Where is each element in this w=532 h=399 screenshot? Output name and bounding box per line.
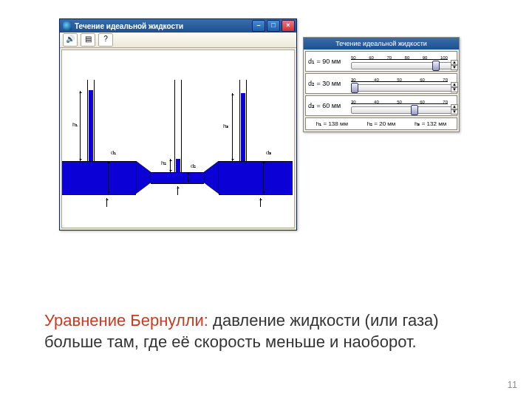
close-button[interactable]: × [282, 20, 295, 32]
d3-label: d₃ [266, 149, 271, 156]
flow-arrow-2 [177, 186, 178, 195]
toolbar: 🔊 ▤ ? [60, 33, 296, 48]
manometer-tube-2 [174, 80, 182, 172]
flow-arrow-1 [106, 198, 107, 207]
app-icon [63, 21, 72, 30]
caption-lead: Уравнение Бернулли: [44, 311, 213, 330]
slider-row-d3: d₃ = 60 мм3040506070▲▼ [305, 95, 457, 116]
slider-label-d2: d₂ = 30 мм [306, 80, 349, 87]
svg-marker-0 [136, 161, 151, 194]
slider-label-d1: d₁ = 90 мм [306, 58, 349, 65]
panel-results: h₁ = 138 мм h₂ = 20 мм h₃ = 132 мм [305, 117, 457, 130]
d1-label: d₁ [111, 149, 116, 156]
slider-stepper[interactable]: ▲▼ [451, 82, 458, 91]
result-h3: h₃ = 132 мм [415, 120, 446, 127]
result-h2: h₂ = 20 мм [367, 120, 396, 127]
d1-arrow [108, 161, 109, 194]
doc-button[interactable]: ▤ [81, 33, 95, 47]
pipe-section-left [62, 161, 136, 195]
d3-arrow [263, 161, 264, 194]
window-title: Течение идеальной жидкости [75, 22, 183, 30]
result-h1: h₁ = 138 мм [316, 120, 348, 127]
h1-label: h₁ [72, 121, 78, 128]
h3-label: h₃ [223, 123, 228, 129]
panel-title: Течение идеальной жидкости [304, 38, 459, 50]
page-number: 11 [508, 380, 517, 390]
d2-arrow [188, 172, 188, 183]
simulation-window: Течение идеальной жидкости – □ × 🔊 ▤ ? [59, 18, 297, 231]
slider-thumb[interactable] [432, 61, 440, 71]
help-button[interactable]: ? [98, 33, 113, 47]
d2-label: d₂ [191, 163, 196, 169]
slider-scale: 3040506070 [351, 75, 448, 82]
taper-left [136, 161, 151, 194]
step-down-icon[interactable]: ▼ [451, 87, 458, 92]
control-panel: Течение идеальной жидкости d₁ = 90 мм506… [303, 37, 460, 132]
caption: Уравнение Бернулли: давление жидкости (и… [44, 310, 473, 352]
h1-arrow [80, 91, 81, 161]
slider-track[interactable] [351, 84, 455, 92]
step-down-icon[interactable]: ▼ [451, 109, 458, 115]
pipe-section-right [219, 161, 293, 195]
slider-row-d2: d₂ = 30 мм3040506070▲▼ [305, 73, 457, 94]
pipe-section-middle [151, 172, 204, 184]
svg-marker-1 [204, 161, 219, 194]
step-down-icon[interactable]: ▼ [451, 65, 458, 70]
slider-label-d3: d₃ = 60 мм [306, 102, 349, 109]
minimize-button[interactable]: – [252, 20, 265, 32]
slider-track[interactable] [351, 106, 455, 114]
manometer-tube-1 [87, 80, 95, 161]
sound-button[interactable]: 🔊 [63, 33, 78, 47]
titlebar[interactable]: Течение идеальной жидкости – □ × [60, 19, 296, 33]
taper-right [204, 161, 219, 194]
h2-arrow [170, 159, 171, 172]
manometer-tube-3 [239, 80, 247, 161]
h3-arrow [232, 93, 233, 161]
flow-arrow-3 [260, 198, 261, 207]
slider-thumb[interactable] [351, 83, 358, 93]
simulation-canvas: h₁ h₂ h₃ d₁ d₂ d₃ [62, 50, 293, 228]
slider-d3[interactable]: 3040506070▲▼ [349, 98, 457, 114]
step-up-icon[interactable]: ▲ [451, 60, 458, 65]
slider-d2[interactable]: 3040506070▲▼ [349, 75, 457, 92]
slider-stepper[interactable]: ▲▼ [451, 60, 458, 69]
slider-thumb[interactable] [411, 105, 418, 115]
step-up-icon[interactable]: ▲ [451, 104, 458, 109]
h2-label: h₂ [161, 160, 166, 166]
slider-d1[interactable]: 5060708090100▲▼ [349, 53, 457, 69]
slider-scale: 3040506070 [351, 98, 448, 104]
slider-stepper[interactable]: ▲▼ [451, 104, 458, 113]
step-up-icon[interactable]: ▲ [451, 82, 458, 87]
maximize-button[interactable]: □ [267, 20, 280, 32]
slider-scale: 5060708090100 [351, 53, 448, 60]
slider-row-d1: d₁ = 90 мм5060708090100▲▼ [305, 51, 457, 72]
